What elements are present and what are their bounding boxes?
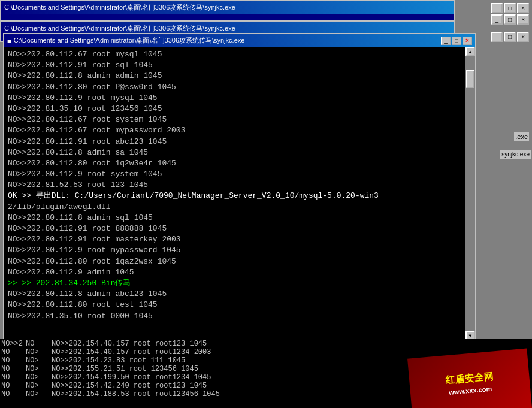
minimize-btn-3[interactable]: _ [491, 32, 503, 42]
bottom-col-1: NO>>2NONONONONONO [0, 339, 24, 408]
terminal-line: OK >> 寻出DLL: C:/Users/Coriant/7090_NetMa… [8, 191, 471, 201]
background-window-1: C:\Documents and Settings\Administrator\… [0, 0, 455, 21]
terminal-line: NO>>202.80.112.67 root system 1045 [8, 114, 471, 125]
synjkc-label: synjkc.exe [500, 150, 531, 159]
terminal-line: NO>>202.80.112.9 admin 1045 [8, 267, 471, 278]
bg-title-1: C:\Documents and Settings\Administrator\… [1, 1, 454, 14]
bottom-line: NO [26, 340, 47, 348]
minimize-btn-1[interactable]: _ [491, 3, 503, 13]
close-btn-1[interactable]: × [517, 3, 529, 13]
terminal-line: NO>>202.81.35.10 root 123456 1045 [8, 104, 471, 114]
terminal-line: NO>>202.80.112.9 root system 1045 [8, 169, 471, 180]
side-btn-row-1: _ □ × [458, 3, 529, 13]
bottom-col-2: NONO>NO>NO>NO>NO>NO> [25, 339, 49, 408]
title-button-group: _ □ × [441, 37, 472, 45]
bottom-line: NO [1, 365, 23, 373]
terminal-line: NO>>202.80.112.80 root 1qaz2wsx 1045 [8, 256, 471, 267]
terminal-line: 2/lib/plugin/awegl.dll [8, 202, 471, 213]
terminal-line: NO>>202.80.112.91 root sql 1045 [8, 60, 471, 71]
bottom-line: NO [1, 348, 23, 356]
terminal-line: NO>>202.80.112.8 admin admin 1045 [8, 71, 471, 81]
terminal-line: NO>>202.80.112.67 root mysql 1045 [8, 49, 471, 60]
bottom-area: NO>>2NONONONONONO NONO>NO>NO>NO>NO>NO> N… [0, 339, 532, 408]
bottom-line: NO> [26, 382, 47, 390]
terminal-line: NO>>202.80.112.9 root mypassword 1045 [8, 245, 471, 256]
terminal-line: NO>>202.80.112.8 admin sql 1045 [8, 213, 471, 223]
close-btn-3[interactable]: × [517, 32, 529, 42]
scroll-track [466, 56, 475, 331]
main-terminal-window: ■ C:\Documents and Settings\Administrato… [3, 33, 476, 341]
minimize-btn-2[interactable]: _ [491, 14, 503, 25]
main-window-title: C:\Documents and Settings\Administrator\… [14, 36, 441, 45]
bottom-line: NO> [26, 348, 47, 356]
bottom-line: NO>>2 [1, 340, 23, 348]
bottom-line: NO> [26, 356, 47, 365]
terminal-line: NO>>202.81.52.53 root 123 1045 [8, 180, 471, 191]
terminal-line: NO>>202.80.112.80 root P@ssw0rd 1045 [8, 82, 471, 93]
main-title-bar: ■ C:\Documents and Settings\Administrato… [4, 34, 475, 47]
terminal-line: NO>>202.80.112.67 root mypassword 2003 [8, 125, 471, 136]
terminal-line: NO>>202.80.112.9 root mysql 1045 [8, 93, 471, 104]
bottom-line: NO [1, 382, 23, 390]
bottom-line: NO>>202.154.40.157 root root123 1045 [52, 340, 530, 348]
bottom-line: NO> [26, 373, 47, 382]
maximize-btn-1[interactable]: □ [504, 3, 516, 13]
bottom-line: NO [1, 373, 23, 382]
bottom-line: NO [1, 390, 23, 398]
exe-label: .exe [514, 132, 529, 141]
terminal-line: NO>>202.80.112.91 root masterkey 2003 [8, 234, 471, 245]
scrollbar[interactable]: ▲ ▼ [466, 47, 475, 340]
terminal-line: >> >> 202.81.34.250 Bin传马 [8, 278, 471, 289]
terminal-line: NO>>202.80.112.8 admin abc123 1045 [8, 289, 471, 300]
window-maximize-btn[interactable]: □ [452, 37, 461, 45]
scroll-up-btn[interactable]: ▲ [466, 47, 475, 56]
terminal-line: NO>>202.80.112.8 admin sa 1045 [8, 147, 471, 158]
window-minimize-btn[interactable]: _ [441, 37, 451, 45]
small-number: 22 [36, 322, 44, 330]
main-window-icon: ■ [7, 37, 11, 44]
terminal-line: NO>>202.80.112.91 root 888888 1045 [8, 223, 471, 234]
bottom-line: NO [1, 356, 23, 365]
bottom-line: NO> [26, 390, 47, 398]
terminal-line: NO>>202.80.112.80 root 1q2w3e4r 1045 [8, 158, 471, 169]
terminal-content: NO>>202.80.112.67 root mysql 1045NO>>202… [4, 47, 475, 340]
maximize-btn-3[interactable]: □ [504, 32, 516, 42]
watermark-text: 红盾安全网 www.xxx.com [442, 367, 498, 400]
watermark: 红盾安全网 www.xxx.com [407, 348, 532, 408]
bottom-line: NO> [26, 365, 47, 373]
terminal-line: NO>>202.80.112.91 root abc123 1045 [8, 137, 471, 147]
terminal-line: NO>>202.81.35.10 root 0000 1045 [8, 311, 471, 322]
terminal-line: NO>>202.80.112.80 root test 1045 [8, 300, 471, 310]
maximize-btn-2[interactable]: □ [504, 14, 516, 25]
close-btn-2[interactable]: × [517, 14, 529, 25]
scroll-thumb[interactable] [466, 70, 474, 88]
window-close-btn[interactable]: × [463, 37, 472, 45]
side-btn-row-2: _ □ × [458, 14, 529, 25]
